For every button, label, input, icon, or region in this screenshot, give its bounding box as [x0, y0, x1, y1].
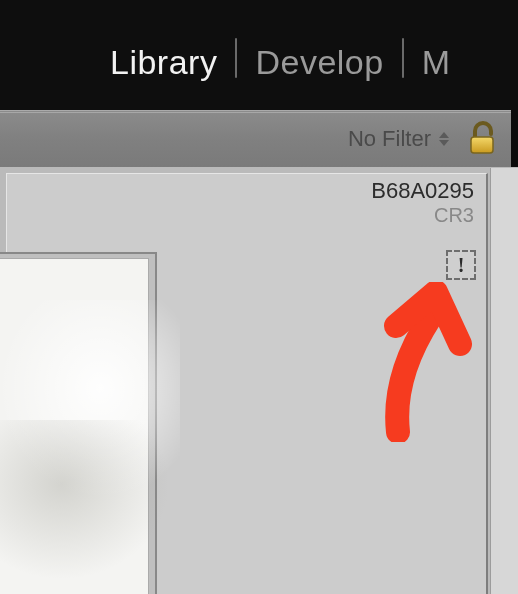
tab-partial[interactable]: M — [422, 43, 451, 82]
svg-rect-0 — [471, 137, 493, 153]
tab-divider — [402, 38, 404, 78]
tab-divider — [235, 38, 237, 78]
filter-preset-label: No Filter — [348, 126, 431, 152]
scrollbar-track[interactable] — [490, 168, 518, 594]
library-filter-bar: No Filter — [0, 110, 511, 168]
filter-preset-dropdown[interactable]: No Filter — [348, 111, 449, 167]
cell-file-format: CR3 — [434, 204, 474, 227]
exclamation-icon: ! — [458, 255, 465, 275]
module-tabs: Library Develop M — [110, 38, 451, 82]
cell-filename: B68A0295 — [371, 178, 474, 204]
tab-library[interactable]: Library — [110, 43, 217, 82]
tab-develop[interactable]: Develop — [255, 43, 383, 82]
missing-file-icon[interactable]: ! — [446, 250, 476, 280]
thumbnail-image[interactable] — [0, 260, 146, 594]
updown-arrows-icon — [439, 132, 449, 146]
module-bar: Library Develop M — [0, 0, 518, 110]
filter-lock-icon[interactable] — [465, 119, 499, 159]
